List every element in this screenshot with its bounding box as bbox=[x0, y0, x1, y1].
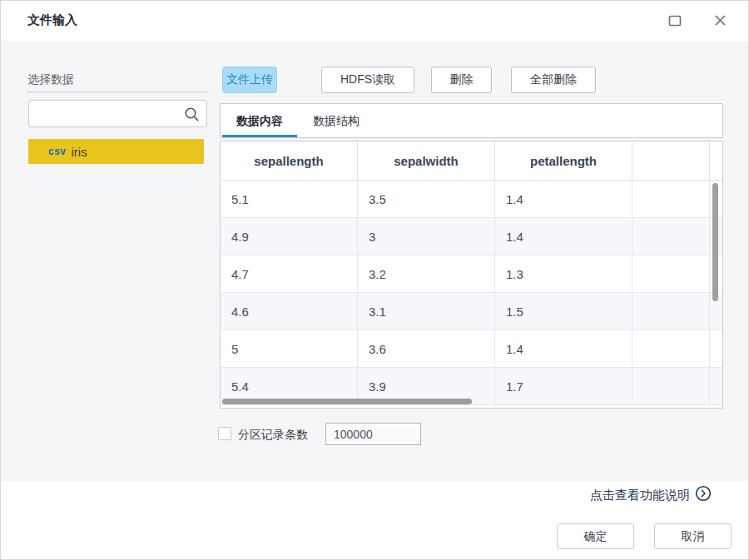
column-header-partial bbox=[632, 141, 710, 180]
table-cell: 4.9 bbox=[221, 218, 358, 255]
table-cell: 1.4 bbox=[495, 330, 632, 367]
table-cell: 3 bbox=[358, 218, 495, 255]
table-row: 4.6 3.1 1.5 bbox=[221, 293, 722, 330]
table-cell: 1.4 bbox=[495, 218, 632, 255]
dataset-item-iris[interactable]: csv iris bbox=[28, 139, 204, 164]
help-link[interactable]: 点击查看功能说明 bbox=[590, 485, 712, 505]
dataset-name: iris bbox=[72, 145, 87, 159]
column-header: sepalwidth bbox=[358, 141, 495, 180]
table-cell bbox=[632, 255, 710, 292]
tab-bar: 数据内容 数据结构 bbox=[220, 103, 723, 138]
table-row: 4.7 3.2 1.3 bbox=[221, 255, 722, 293]
table-cell: 1.4 bbox=[495, 181, 632, 217]
scrollbar-spacer bbox=[710, 141, 722, 180]
table-cell bbox=[632, 218, 710, 255]
maximize-button[interactable] bbox=[663, 11, 687, 32]
file-input-dialog: 文件输入 选择数据 csv iris 文件上传 HDFS读取 删除 全部删除 数… bbox=[0, 0, 749, 560]
help-link-label: 点击查看功能说明 bbox=[590, 488, 690, 503]
column-header: petallength bbox=[495, 141, 632, 180]
horizontal-scrollbar-thumb[interactable] bbox=[222, 399, 472, 404]
table-cell: 4.7 bbox=[221, 255, 358, 292]
table-cell: 3.6 bbox=[358, 330, 495, 367]
tab-data-structure[interactable]: 数据结构 bbox=[299, 104, 374, 135]
table-row: 5.1 3.5 1.4 bbox=[221, 181, 722, 218]
table-cell: 3.5 bbox=[358, 181, 495, 217]
csv-badge: csv bbox=[48, 146, 67, 157]
table-cell: 1.7 bbox=[495, 368, 632, 404]
table-cell: 1.5 bbox=[495, 293, 632, 330]
table-header-row: sepallength sepalwidth petallength bbox=[221, 141, 722, 181]
close-icon bbox=[714, 14, 727, 29]
partition-count-input[interactable] bbox=[325, 423, 421, 445]
table-cell bbox=[632, 181, 710, 217]
table-cell bbox=[632, 368, 710, 404]
delete-button[interactable]: 删除 bbox=[431, 67, 492, 93]
table-cell: 5.1 bbox=[221, 181, 358, 217]
active-tab-underline bbox=[222, 135, 297, 137]
vertical-scrollbar-thumb[interactable] bbox=[712, 183, 718, 301]
search-icon[interactable] bbox=[184, 107, 200, 126]
table-cell bbox=[632, 293, 710, 330]
table-row: 5 3.6 1.4 bbox=[221, 330, 722, 368]
table-cell: 5 bbox=[221, 330, 358, 367]
ok-button[interactable]: 确定 bbox=[557, 523, 634, 549]
table-cell: 1.3 bbox=[495, 255, 632, 292]
table-cell: 3.2 bbox=[358, 255, 495, 292]
hdfs-read-button[interactable]: HDFS读取 bbox=[321, 67, 414, 93]
cancel-button[interactable]: 取消 bbox=[654, 523, 732, 549]
chevron-right-circle-icon bbox=[695, 485, 712, 505]
table-cell: 4.6 bbox=[221, 293, 358, 330]
table-cell: 3.1 bbox=[358, 293, 495, 330]
select-data-label: 选择数据 bbox=[27, 72, 209, 92]
close-button[interactable] bbox=[708, 11, 732, 32]
dialog-title: 文件输入 bbox=[27, 12, 77, 28]
column-header: sepallength bbox=[221, 141, 358, 180]
table-cell bbox=[710, 330, 722, 367]
partition-label: 分区记录条数 bbox=[238, 428, 308, 443]
partition-checkbox[interactable] bbox=[218, 427, 231, 440]
table-cell bbox=[710, 368, 722, 404]
file-upload-button[interactable]: 文件上传 bbox=[222, 67, 277, 93]
data-preview-table: sepallength sepalwidth petallength 5.1 3… bbox=[220, 141, 723, 409]
table-cell bbox=[632, 330, 710, 367]
table-row: 4.9 3 1.4 bbox=[221, 218, 722, 255]
delete-all-button[interactable]: 全部删除 bbox=[511, 67, 596, 93]
maximize-icon bbox=[668, 15, 682, 29]
search-input[interactable] bbox=[36, 102, 181, 126]
tab-data-content[interactable]: 数据内容 bbox=[222, 104, 297, 135]
search-box bbox=[28, 100, 207, 127]
